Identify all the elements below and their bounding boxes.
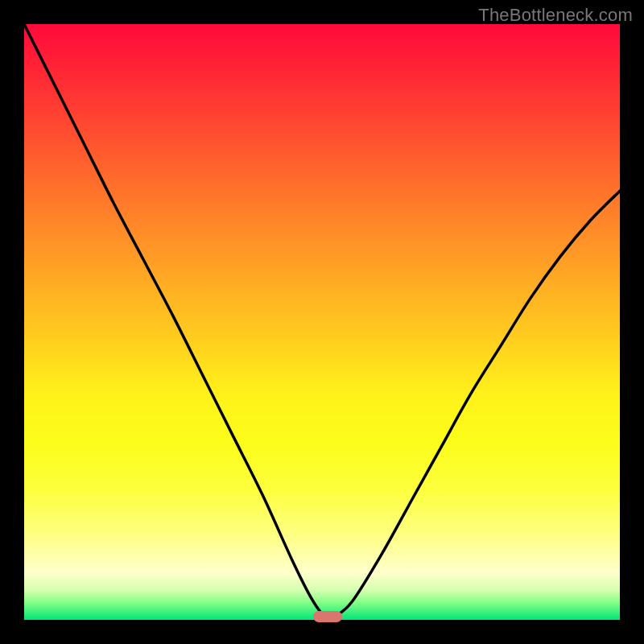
minimum-marker (313, 611, 342, 622)
chart-frame: TheBottleneck.com (0, 0, 644, 644)
plot-area (24, 24, 620, 620)
watermark-text: TheBottleneck.com (478, 5, 633, 26)
bottleneck-curve (24, 24, 620, 620)
